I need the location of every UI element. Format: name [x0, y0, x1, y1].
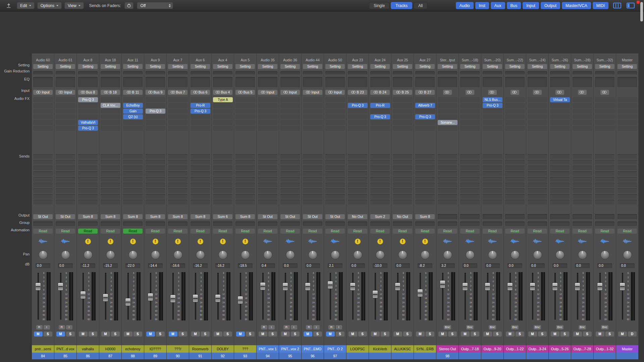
- setting-button[interactable]: Setting: [168, 64, 187, 69]
- eq-display[interactable]: [438, 77, 457, 87]
- send-slot[interactable]: [528, 194, 547, 199]
- audio-fx-slot[interactable]: [348, 97, 368, 102]
- solo-button[interactable]: S: [223, 331, 232, 337]
- send-slot[interactable]: [393, 171, 412, 176]
- audio-fx-slot[interactable]: [101, 120, 120, 125]
- send-slot[interactable]: [505, 171, 525, 176]
- eq-display[interactable]: [56, 77, 75, 87]
- send-slot[interactable]: [280, 183, 300, 187]
- plugin-pro-q-3[interactable]: Pro-Q 3: [348, 103, 368, 108]
- send-slot[interactable]: [168, 166, 187, 170]
- send-slot[interactable]: [573, 171, 592, 176]
- automation-mode-button[interactable]: Read: [258, 229, 277, 234]
- audio-fx-slot[interactable]: [168, 103, 188, 108]
- up-arrow-button[interactable]: [4, 2, 13, 9]
- pan-knob[interactable]: [443, 250, 452, 259]
- send-slot[interactable]: [101, 183, 120, 187]
- plugin-pro-q-3[interactable]: Pro-Q 3: [483, 103, 502, 108]
- audio-fx-slot[interactable]: [573, 126, 592, 131]
- setting-button[interactable]: Setting: [78, 64, 98, 69]
- send-slot[interactable]: [573, 200, 592, 204]
- mute-button[interactable]: M: [79, 331, 88, 337]
- audio-fx-slot[interactable]: [393, 97, 413, 102]
- send-slot[interactable]: [213, 200, 232, 204]
- send-slot[interactable]: [438, 166, 457, 170]
- send-slot[interactable]: [393, 200, 412, 204]
- send-slot[interactable]: [393, 188, 412, 193]
- send-slot[interactable]: [348, 171, 367, 176]
- send-slot[interactable]: [550, 177, 570, 182]
- send-slot[interactable]: [146, 200, 165, 204]
- input-monitor-button[interactable]: I: [336, 325, 342, 329]
- input-button[interactable]: Input: [258, 90, 277, 95]
- send-slot[interactable]: [460, 177, 480, 182]
- send-slot[interactable]: [258, 154, 277, 159]
- group-slot[interactable]: [483, 222, 502, 226]
- audio-fx-slot[interactable]: [33, 109, 53, 114]
- send-slot[interactable]: [213, 194, 232, 199]
- send-slot[interactable]: [303, 188, 322, 193]
- setting-button[interactable]: Setting: [213, 64, 232, 69]
- send-slot[interactable]: [146, 188, 165, 193]
- automation-mode-button[interactable]: Read: [78, 229, 98, 234]
- audio-fx-slot[interactable]: [438, 114, 458, 119]
- plugin-sonarw[interactable]: Sonarw...: [438, 120, 458, 125]
- fader-track[interactable]: [530, 272, 535, 320]
- volume-db-value[interactable]: 2.1: [328, 263, 342, 268]
- audio-fx-slot[interactable]: [460, 103, 480, 108]
- solo-button[interactable]: S: [493, 331, 502, 337]
- audio-fx-slot[interactable]: [573, 120, 592, 125]
- pan-knob[interactable]: [466, 250, 475, 259]
- group-slot[interactable]: [101, 222, 120, 226]
- eq-display[interactable]: [348, 77, 367, 87]
- send-slot[interactable]: [393, 154, 412, 159]
- track-number[interactable]: 85: [54, 353, 76, 359]
- automation-mode-button[interactable]: Read: [348, 229, 367, 234]
- mute-button[interactable]: M: [214, 331, 222, 337]
- audio-fx-slot[interactable]: [258, 120, 278, 125]
- solo-button[interactable]: S: [246, 331, 255, 337]
- audio-fx-slot[interactable]: [393, 114, 413, 119]
- output-button[interactable]: Sum 8: [146, 214, 165, 219]
- audio-fx-slot[interactable]: [33, 97, 53, 102]
- send-slot[interactable]: [146, 171, 165, 176]
- mute-button[interactable]: M: [371, 331, 380, 337]
- send-slot[interactable]: [550, 200, 570, 204]
- pan-knob[interactable]: [61, 250, 70, 259]
- track-number[interactable]: [414, 353, 436, 359]
- fader-cap[interactable]: [575, 283, 580, 291]
- audio-fx-slot[interactable]: [505, 97, 525, 102]
- mute-button[interactable]: M: [506, 331, 515, 337]
- pan-knob[interactable]: [511, 250, 520, 259]
- send-slot[interactable]: [415, 160, 435, 165]
- filter-button-midi[interactable]: MIDI: [593, 2, 608, 9]
- send-slot[interactable]: [393, 177, 412, 182]
- send-slot[interactable]: [258, 194, 277, 199]
- audio-fx-slot[interactable]: [438, 126, 458, 131]
- track-name[interactable]: PNT...d vox: [54, 345, 76, 353]
- track-number[interactable]: [571, 353, 593, 359]
- fader-track[interactable]: [103, 272, 108, 320]
- send-slot[interactable]: [303, 160, 322, 165]
- send-slot[interactable]: [325, 154, 345, 159]
- send-slot[interactable]: [303, 194, 322, 199]
- automation-mode-button[interactable]: Read: [33, 229, 53, 234]
- mute-button[interactable]: M: [191, 331, 200, 337]
- group-slot[interactable]: [505, 222, 525, 226]
- track-name[interactable]: LOOPSC: [346, 345, 369, 353]
- send-slot[interactable]: [56, 154, 75, 159]
- audio-fx-slot[interactable]: [78, 114, 98, 119]
- volume-db-value[interactable]: 0.0: [36, 263, 50, 268]
- send-slot[interactable]: [191, 200, 210, 204]
- pan-knob[interactable]: [151, 250, 160, 259]
- audio-fx-slot[interactable]: [550, 126, 570, 131]
- track-number[interactable]: [526, 353, 548, 359]
- pan-knob[interactable]: [173, 250, 182, 259]
- eq-display[interactable]: [213, 77, 232, 87]
- send-slot[interactable]: [191, 194, 210, 199]
- automation-mode-button[interactable]: Read: [191, 229, 210, 234]
- audio-fx-slot[interactable]: [393, 120, 413, 125]
- automation-mode-button[interactable]: Read: [573, 229, 592, 234]
- output-button[interactable]: St Out: [56, 214, 75, 219]
- setting-button[interactable]: Setting: [280, 64, 300, 69]
